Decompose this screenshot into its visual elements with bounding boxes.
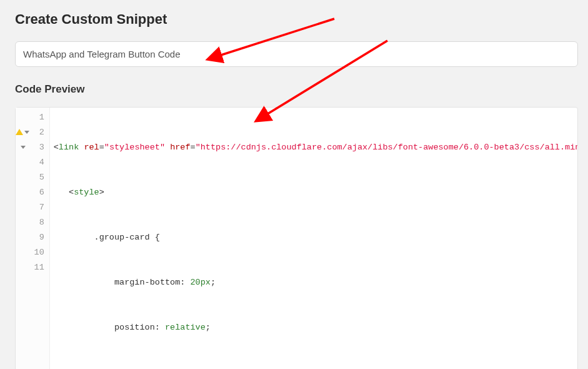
code-line: <style> <box>54 185 574 200</box>
editor-gutter: 1 2 3 4 5 6 7 8 9 10 11 <box>16 108 50 369</box>
code-line: <link rel="stylesheet" href="https://cdn… <box>54 140 574 155</box>
warning-icon[interactable] <box>18 128 27 136</box>
code-line: position: relative; <box>54 320 574 335</box>
line-number: 11 <box>34 263 44 272</box>
line-number: 6 <box>39 188 44 197</box>
code-line: border: 2px solid transparent; <box>54 365 574 369</box>
page-title: Create Custom Snippet <box>15 11 578 28</box>
line-number: 4 <box>39 158 44 167</box>
line-number: 2 <box>39 128 44 137</box>
line-number: 7 <box>39 203 44 212</box>
line-number: 9 <box>39 233 44 242</box>
fold-icon[interactable] <box>18 143 27 151</box>
code-preview-heading: Code Preview <box>15 83 578 96</box>
line-number: 8 <box>39 218 44 227</box>
line-number: 10 <box>34 248 44 257</box>
code-line: margin-bottom: 20px; <box>54 275 574 290</box>
line-number: 1 <box>39 113 44 122</box>
line-number: 3 <box>39 143 44 152</box>
line-number: 5 <box>39 173 44 182</box>
editor-code-area[interactable]: <link rel="stylesheet" href="https://cdn… <box>50 108 577 369</box>
code-editor[interactable]: 1 2 3 4 5 6 7 8 9 10 11 <box>15 107 578 369</box>
snippet-name-input[interactable] <box>15 41 578 67</box>
code-line: .group-card { <box>54 230 574 245</box>
